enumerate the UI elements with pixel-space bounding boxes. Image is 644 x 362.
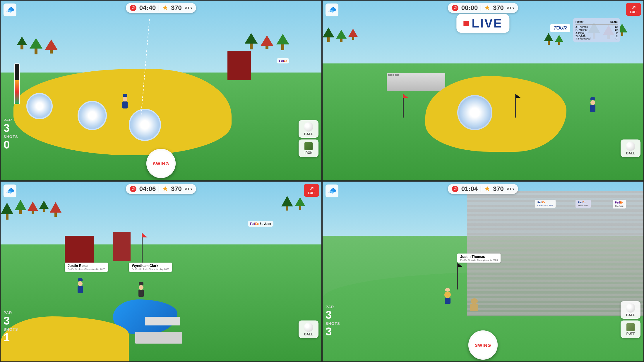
q4-player-tag: Justin Thomas FedEx St. Jude Championshi…	[457, 254, 501, 263]
q4-divider	[481, 186, 481, 192]
q2-timer-icon: ⏱	[452, 5, 458, 11]
q1-shots-label: SHOTS	[4, 135, 18, 139]
q2-exit-button[interactable]: ↗ EXIT	[626, 3, 641, 16]
q1-shots-value: 0	[4, 139, 18, 151]
q3-fedex-banner: FedEx St. Jude	[248, 221, 273, 227]
q4-putt-button[interactable]: PUTT	[621, 320, 640, 338]
q4-star-icon: ★	[484, 185, 490, 193]
q1-iron-icon	[304, 142, 313, 150]
q3-player1-tag: Justin Rose FedEx St. Jude Championship …	[65, 263, 108, 272]
q4-pts: PTS	[507, 187, 514, 191]
q3-exit-arrow-icon: ↗	[309, 186, 314, 191]
q3-player2-char	[138, 282, 144, 297]
q3-background: FedEx St. Jude Justin Rose FedEx St. Jud…	[1, 182, 321, 361]
quadrant-bottom-right: FedEx St. Jude FedEx PLAYOFFS FedEx CHAM…	[322, 181, 644, 362]
q4-ball-icon	[626, 303, 635, 313]
q1-iron-button[interactable]: IRON	[299, 139, 318, 157]
q3-exit-button[interactable]: ↗ EXIT	[304, 184, 319, 197]
q1-hole-3	[129, 109, 161, 141]
q2-hole-area	[425, 76, 566, 151]
q2-lb-row-4: W. Clark -8	[576, 34, 618, 37]
q1-iron-label: IRON	[304, 151, 313, 154]
q2-lb-header: Player Score	[576, 20, 618, 25]
q1-side-buttons: BALL IRON	[299, 120, 318, 157]
q4-fedex-2: FedEx PLAYOFFS	[576, 200, 591, 208]
q3-player2-name: Wyndham Clark	[132, 264, 169, 268]
q3-player-hat: 🧢	[4, 185, 16, 197]
q4-par-label: PAR	[326, 305, 340, 309]
q4-hud-top: ⏱ 01:04 ★ 370 PTS	[448, 184, 518, 194]
q2-exit-arrow-icon: ↗	[631, 5, 636, 10]
q4-par-value: 3	[326, 309, 340, 321]
q3-pts: PTS	[185, 187, 192, 191]
q3-player1-name: Justin Rose	[68, 264, 105, 268]
q3-building-2	[113, 232, 131, 261]
q2-pts: PTS	[507, 6, 514, 10]
q4-player-sub: FedEx St. Jude Championship 2023	[460, 259, 498, 261]
q2-lb-name-3: J. Rose	[576, 31, 585, 34]
q3-timer-icon: ⏱	[130, 186, 136, 192]
q2-lb-score-2: -10	[614, 28, 618, 31]
q3-shots-label: SHOTS	[4, 327, 18, 332]
quadrant-top-right: Player Score J. Thomas -12 R. McIlroy -1…	[322, 0, 644, 181]
q2-trees-mid	[544, 33, 563, 45]
q2-player	[590, 97, 595, 112]
q4-flag	[457, 263, 458, 289]
q4-timer: 01:04	[461, 185, 478, 193]
q3-hud-top: ⏱ 04:06 ★ 370 PTS	[126, 184, 196, 194]
q2-live-dot	[463, 21, 469, 26]
q2-lb-score-1: -12	[614, 25, 618, 28]
q1-ball-icon	[304, 122, 313, 132]
q2-lb-name-2: R. McIlroy	[576, 28, 588, 31]
q3-timer: 04:06	[139, 185, 156, 193]
q3-ball-icon	[304, 323, 313, 332]
q2-flag-left	[403, 94, 404, 118]
q1-player	[122, 94, 128, 108]
q2-score: 370	[493, 4, 504, 12]
q2-lb-score-3: -9	[615, 31, 618, 34]
q3-ball-button[interactable]: BALL	[299, 320, 318, 338]
q1-ball-button[interactable]: BALL	[299, 120, 318, 138]
q3-trees-left-bg	[1, 200, 61, 220]
q2-lb-row-5: T. Fleetwood -7	[576, 37, 618, 40]
q2-hud-top: ⏱ 00:00 ★ 370 PTS	[448, 3, 518, 13]
q3-bridge	[145, 317, 180, 325]
q4-swing-label: SWING	[475, 343, 491, 348]
q4-ball-button[interactable]: BALL	[621, 301, 640, 319]
q1-building	[227, 51, 251, 80]
q2-hole-circle	[457, 95, 492, 130]
q4-swing-button[interactable]: SWING	[468, 330, 498, 360]
q4-player-name: Justin Thomas	[460, 255, 498, 259]
quadrant-top-left: FedEx ⏱ 04:40	[0, 0, 322, 181]
q2-lb-row-1: J. Thomas -12	[576, 25, 618, 28]
q3-player2-sub: FedEx St. Jude Championship 2023	[132, 268, 169, 270]
q1-ball-label: BALL	[304, 132, 313, 136]
q1-timer: 04:40	[139, 4, 156, 12]
q2-lb-score-4: -8	[615, 34, 618, 37]
q1-power-bar	[14, 63, 20, 104]
q4-ball-label: BALL	[626, 313, 635, 317]
q1-player-hat: 🧢	[4, 4, 16, 16]
q2-live-text: LIVE	[472, 16, 502, 30]
q2-live-badge: LIVE	[456, 14, 509, 33]
q4-player	[444, 288, 451, 304]
q2-side-buttons: BALL	[621, 139, 640, 157]
q3-par-shots: PAR 3 SHOTS 1	[4, 311, 18, 344]
q4-score: 370	[493, 185, 504, 193]
q2-ball-button[interactable]: BALL	[621, 139, 640, 157]
q2-lb-player-col: Player	[576, 20, 583, 23]
q1-hud-top: ⏱ 04:40 ★ 370 PTS	[126, 3, 196, 13]
q3-par-value: 3	[4, 315, 18, 327]
q4-fedex-3: FedEx CHAMPIONSHIP	[535, 200, 556, 208]
q1-power-fill	[15, 80, 19, 104]
q3-side-buttons: BALL	[299, 320, 318, 338]
q2-player-hat: 🧢	[326, 4, 338, 16]
q3-divider	[159, 186, 159, 192]
q3-yellow-area	[1, 316, 129, 361]
q2-flag-right	[515, 94, 516, 118]
q3-trees-right-bg	[281, 196, 305, 211]
q1-par-shots: PAR 3 SHOTS 0	[4, 118, 18, 151]
q3-ball-label: BALL	[304, 332, 313, 336]
q2-star-icon: ★	[484, 4, 490, 12]
q1-swing-button[interactable]: SWING	[146, 149, 176, 178]
